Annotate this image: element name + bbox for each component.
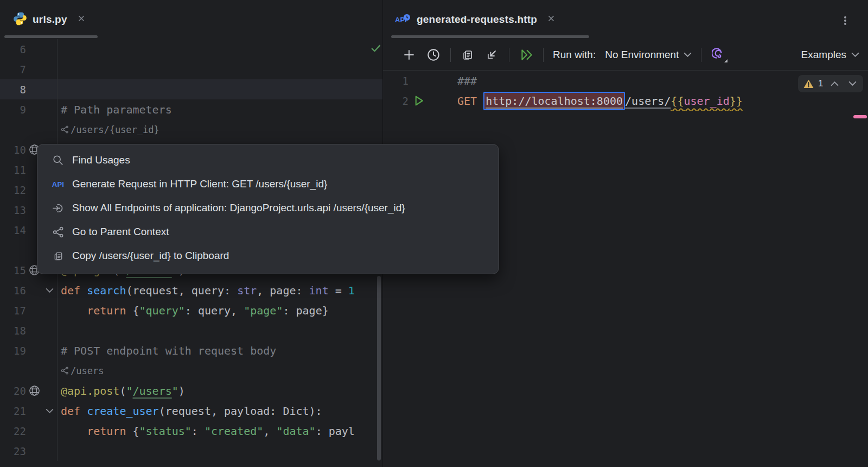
inlay-hint-row[interactable]: /users/{user_id} bbox=[0, 119, 382, 140]
code-line[interactable]: 9# Path parameters bbox=[0, 99, 382, 119]
run-request-play-icon[interactable] bbox=[409, 95, 429, 106]
vertical-scrollbar[interactable] bbox=[377, 276, 381, 460]
popup-item[interactable]: Go to Parent Context bbox=[37, 220, 499, 244]
active-tab-underline bbox=[4, 35, 98, 38]
import-icon[interactable] bbox=[484, 47, 500, 62]
popup-item-label: Generate Request in HTTP Client: GET /us… bbox=[72, 178, 327, 190]
tab-generated-requests-http[interactable]: API generated-requests.http bbox=[395, 0, 556, 39]
code-line[interactable]: 6 bbox=[0, 39, 382, 59]
line-number: 22 bbox=[0, 425, 26, 437]
code-text[interactable]: def create_user(request, payload: Dict): bbox=[57, 401, 382, 421]
code-text[interactable]: /users bbox=[57, 361, 382, 381]
endpoint-inlay-hint[interactable]: /users bbox=[61, 365, 104, 376]
line-number: 7 bbox=[0, 64, 26, 75]
code-line[interactable]: 1### bbox=[383, 71, 868, 91]
code-text[interactable] bbox=[57, 79, 382, 99]
code-line[interactable]: 20@api.post("/users") bbox=[0, 381, 382, 401]
ide-window: urls.py 6789# Path parameters/users/{use… bbox=[0, 0, 868, 467]
line-number: 21 bbox=[0, 405, 26, 417]
chevron-down-icon bbox=[851, 52, 859, 58]
code-text[interactable]: return {"query": query, "page": page} bbox=[57, 300, 382, 320]
popup-item[interactable]: Show All Endpoints of application: Djang… bbox=[37, 196, 499, 220]
popup-item-label: Show All Endpoints of application: Djang… bbox=[72, 202, 405, 214]
inlay-hint-row[interactable]: /users bbox=[0, 361, 382, 381]
next-warning-chevron-down-icon[interactable] bbox=[848, 81, 857, 86]
code-text[interactable] bbox=[57, 320, 382, 340]
toolbar-separator bbox=[543, 48, 544, 62]
ai-dropdown-corner bbox=[724, 59, 727, 62]
environment-select[interactable]: No Environment bbox=[605, 49, 692, 61]
popup-item[interactable]: Find Usages bbox=[37, 148, 499, 172]
search-icon bbox=[52, 154, 65, 166]
fold-chevron-icon[interactable] bbox=[42, 288, 57, 293]
code-text[interactable]: return {"status": "created", "data": pay… bbox=[57, 421, 382, 441]
popup-item-label: Find Usages bbox=[72, 154, 130, 166]
left-tab-bar: urls.py bbox=[0, 0, 382, 39]
code-line[interactable]: 7 bbox=[0, 59, 382, 79]
prev-warning-chevron-up-icon[interactable] bbox=[831, 81, 839, 86]
environment-value: No Environment bbox=[605, 49, 679, 61]
endpoint-inlay-hint[interactable]: /users/{user_id} bbox=[61, 124, 159, 135]
code-line[interactable]: 2GET http://localhost:8000/users/{{user_… bbox=[383, 91, 868, 111]
line-number: 10 bbox=[0, 144, 26, 156]
tab-urls-py[interactable]: urls.py bbox=[13, 0, 86, 39]
code-text[interactable] bbox=[57, 441, 382, 461]
code-text[interactable]: @api.post("/users") bbox=[57, 381, 382, 401]
add-request-icon[interactable] bbox=[401, 47, 417, 62]
share-icon bbox=[52, 226, 65, 238]
line-number: 18 bbox=[0, 325, 26, 337]
api-icon: API bbox=[52, 180, 65, 188]
code-line[interactable]: 21def create_user(request, payload: Dict… bbox=[0, 401, 382, 421]
python-file-icon bbox=[13, 11, 27, 28]
http-client-toolbar: Run with: No Environment Examples bbox=[383, 39, 868, 71]
code-line[interactable]: 22 return {"status": "created", "data": … bbox=[0, 421, 382, 441]
run-all-icon[interactable] bbox=[519, 47, 534, 62]
code-line[interactable]: 18 bbox=[0, 320, 382, 340]
line-number: 12 bbox=[0, 184, 26, 196]
http-file-icon: API bbox=[395, 12, 411, 27]
history-icon[interactable] bbox=[426, 47, 441, 62]
code-line[interactable]: 8 bbox=[0, 79, 382, 99]
more-options-kebab-icon[interactable] bbox=[838, 13, 853, 28]
endpoint-context-popup: Find UsagesAPIGenerate Request in HTTP C… bbox=[37, 144, 499, 274]
popup-item[interactable]: APIGenerate Request in HTTP Client: GET … bbox=[37, 172, 499, 196]
right-tab-bar: API generated-requests.http bbox=[383, 0, 868, 39]
warning-icon bbox=[803, 79, 814, 89]
code-text[interactable]: def search(request, query: str, page: in… bbox=[57, 280, 382, 300]
error-stripe-mark[interactable] bbox=[853, 115, 867, 118]
inspection-widget[interactable]: 1 bbox=[798, 75, 863, 92]
popup-item-label: Go to Parent Context bbox=[72, 226, 169, 238]
line-number: 19 bbox=[0, 345, 26, 357]
line-number: 17 bbox=[0, 305, 26, 317]
code-line[interactable]: 23 bbox=[0, 441, 382, 461]
close-icon[interactable] bbox=[77, 14, 86, 25]
run-with-label: Run with: bbox=[553, 49, 596, 61]
code-line[interactable]: 16def search(request, query: str, page: … bbox=[0, 280, 382, 300]
code-text[interactable] bbox=[57, 59, 382, 79]
line-number: 9 bbox=[0, 104, 26, 116]
line-number: 8 bbox=[0, 84, 26, 96]
code-text[interactable]: GET http://localhost:8000/users/{{user_i… bbox=[429, 91, 868, 111]
fold-chevron-icon[interactable] bbox=[42, 408, 57, 414]
code-text[interactable]: # Path parameters bbox=[57, 99, 382, 119]
line-number: 23 bbox=[0, 445, 26, 457]
chevron-down-icon bbox=[684, 52, 692, 58]
toolbar-separator bbox=[450, 48, 451, 62]
code-line[interactable]: 17 return {"query": query, "page": page} bbox=[0, 300, 382, 320]
line-number: 15 bbox=[0, 264, 26, 276]
code-text[interactable]: # POST endpoint with request body bbox=[57, 340, 382, 361]
code-text[interactable] bbox=[57, 39, 382, 59]
examples-select[interactable]: Examples bbox=[801, 49, 859, 61]
popup-item-label: Copy /users/{user_id} to Clipboard bbox=[72, 250, 229, 262]
toolbar-separator bbox=[701, 48, 701, 62]
close-icon[interactable] bbox=[547, 14, 556, 25]
line-number: 2 bbox=[383, 95, 409, 107]
code-text[interactable]: /users/{user_id} bbox=[57, 119, 382, 140]
code-line[interactable]: 19# POST endpoint with request body bbox=[0, 340, 382, 361]
copy-request-icon[interactable] bbox=[460, 47, 475, 62]
globe-endpoint-icon[interactable] bbox=[26, 384, 42, 397]
popup-item[interactable]: Copy /users/{user_id} to Clipboard bbox=[37, 244, 499, 268]
endpoints-icon bbox=[52, 202, 65, 214]
ai-assistant-icon[interactable] bbox=[711, 46, 728, 64]
line-number: 13 bbox=[0, 204, 26, 216]
